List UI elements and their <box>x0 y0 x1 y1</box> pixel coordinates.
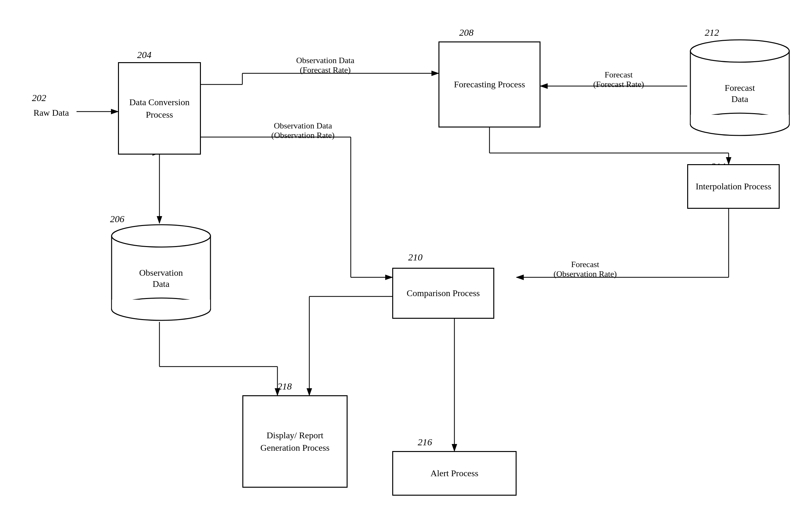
data-conversion-box: Data Conversion Process <box>118 62 201 155</box>
ref-210: 210 <box>408 252 423 263</box>
svg-text:Data: Data <box>731 94 748 104</box>
forecast-forecast-rate-label: Forecast(Forecast Rate) <box>564 70 673 89</box>
data-conversion-label: Data Conversion Process <box>122 96 197 121</box>
ref-212: 212 <box>705 27 719 38</box>
forecasting-process-label: Forecasting Process <box>454 78 525 90</box>
forecast-data-cylinder: Forecast Data <box>687 38 792 139</box>
ref-208: 208 <box>459 27 474 38</box>
svg-rect-33 <box>691 115 789 124</box>
svg-point-25 <box>111 225 210 247</box>
obs-observation-rate-label: Observation Data(Observation Rate) <box>242 121 363 140</box>
ref-202: 202 <box>32 92 46 103</box>
comparison-process-box: Comparison Process <box>392 268 494 319</box>
diagram-container: 202 Raw Data 204 Data Conversion Process… <box>0 0 809 532</box>
alert-process-box: Alert Process <box>392 451 517 496</box>
raw-data-label: Raw Data <box>34 108 69 118</box>
display-report-label: Display/ Report Generation Process <box>246 429 343 454</box>
interpolation-process-box: Interpolation Process <box>687 164 780 209</box>
display-report-box: Display/ Report Generation Process <box>242 395 348 488</box>
ref-204: 204 <box>137 49 152 60</box>
observation-data-cylinder: Observation Data <box>108 223 214 323</box>
svg-point-31 <box>690 40 789 62</box>
obs-forecast-rate-label: Observation Data(Forecast Rate) <box>265 56 386 75</box>
ref-216: 216 <box>418 437 432 447</box>
ref-218: 218 <box>277 381 292 392</box>
comparison-process-label: Comparison Process <box>407 287 480 299</box>
alert-process-label: Alert Process <box>430 467 478 479</box>
svg-text:Data: Data <box>153 279 170 289</box>
svg-text:Observation: Observation <box>139 268 183 278</box>
svg-text:Forecast: Forecast <box>725 83 755 93</box>
interpolation-process-label: Interpolation Process <box>695 180 771 193</box>
svg-rect-27 <box>112 300 210 309</box>
forecast-obs-rate-label: Forecast(Observation Rate) <box>531 260 639 279</box>
ref-206: 206 <box>110 214 124 225</box>
forecasting-process-box: Forecasting Process <box>438 41 540 127</box>
